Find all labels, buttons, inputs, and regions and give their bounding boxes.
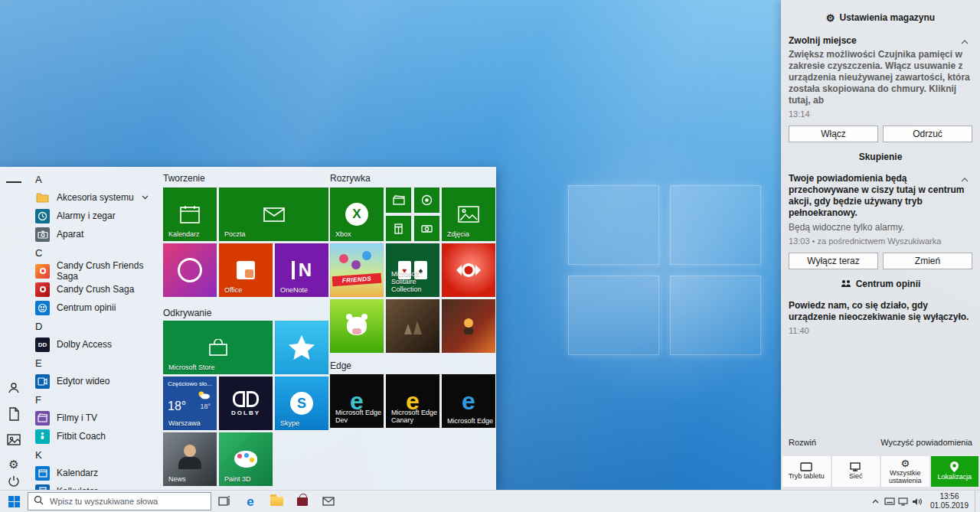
hamburger-menu-icon[interactable]	[6, 174, 21, 190]
app-list-item-kalendarz[interactable]: Kalendarz	[28, 464, 158, 482]
tile-edge-canary[interactable]: e Microsoft Edge Canary	[386, 374, 439, 428]
logo-pane	[670, 276, 761, 355]
tile-candy-crush-friends[interactable]: FRIENDS	[330, 243, 384, 297]
group-title-edge[interactable]: Edge	[330, 360, 351, 371]
clock[interactable]: 13:56 01.05.2019	[924, 492, 975, 510]
tile-solitaire[interactable]: ♥ ♠ Microsoft Solitaire Collection	[386, 243, 439, 297]
app-list-item-candy-crush-friends-saga[interactable]: Candy Crush Friends Saga	[28, 262, 158, 280]
tile-xbox[interactable]: X Xbox	[330, 188, 384, 241]
edge-taskbar-button[interactable]: e	[237, 491, 263, 512]
task-view-button[interactable]	[211, 491, 237, 512]
notification-body: Zwiększ możliwości Czujnika pamięci w za…	[789, 49, 972, 106]
tile-small-kalkulator[interactable]	[386, 216, 411, 241]
app-list-item-edytor-wideo[interactable]: Edytor wideo	[28, 372, 158, 390]
settings-gear-icon[interactable]: ⚙	[6, 456, 21, 471]
tile-game-bow[interactable]	[442, 299, 495, 353]
notification-focus[interactable]: Twoje powiadomienia będą przechowywane w…	[789, 173, 972, 269]
app-list-letter-c[interactable]: C	[28, 243, 158, 262]
app-list-item-akcesoria-systemu[interactable]: Akcesoria systemu	[28, 188, 158, 207]
app-list-item-centrum-opinii[interactable]: Centrum opinii	[28, 298, 158, 317]
tile-label: Poczta	[224, 230, 246, 238]
notification-storage[interactable]: Zwolnij miejsce Zwiększ możliwości Czujn…	[789, 35, 972, 142]
app-list-item-alarmy-i-zegar[interactable]: Alarmy i zegar	[28, 207, 158, 225]
zmien-button[interactable]: Zmień	[883, 253, 972, 269]
group-title-rozrywka[interactable]: Rozrywka	[330, 173, 371, 184]
tile-label: Microsoft Edge	[447, 417, 493, 425]
app-list-item-dolby-access[interactable]: DD Dolby Access	[28, 335, 158, 354]
taskbar-search[interactable]	[28, 492, 211, 510]
store-button[interactable]	[289, 491, 315, 512]
app-list-item-aparat[interactable]: Aparat	[28, 225, 158, 243]
tile-onenote[interactable]: N OneNote	[275, 243, 328, 297]
quick-action-tablet-mode[interactable]: Tryb tabletu	[782, 456, 831, 487]
chevron-down-icon[interactable]	[142, 195, 149, 200]
app-list-letter-e[interactable]: E	[28, 354, 158, 372]
app-list-item-filmy-i-tv[interactable]: Filmy i TV	[28, 409, 158, 427]
app-list-letter-k[interactable]: K	[28, 445, 158, 464]
file-explorer-button[interactable]	[263, 491, 289, 512]
chevron-up-icon	[872, 499, 879, 504]
show-desktop-button[interactable]	[975, 491, 980, 512]
tile-edge[interactable]: e Microsoft Edge	[442, 374, 495, 428]
app-list-letter-d[interactable]: D	[28, 317, 158, 335]
tile-skype[interactable]: S Skype	[275, 377, 328, 430]
tile-candy-crush-saga[interactable]	[442, 243, 495, 297]
tile-pogoda[interactable]: Częściowo sło... 18° 18° Warszawa	[163, 377, 217, 430]
warriors-silhouette	[401, 318, 424, 334]
group-title-odkrywanie[interactable]: Odkrywanie	[163, 308, 211, 318]
start-button[interactable]	[0, 491, 28, 512]
notification-feedback[interactable]: Powiedz nam, co się działo, gdy urządzen…	[789, 300, 972, 335]
account-icon[interactable]	[6, 380, 21, 396]
odrzuc-button[interactable]: Odrzuć	[883, 126, 972, 142]
character-icon	[459, 316, 479, 336]
tile-poczta[interactable]: Poczta	[219, 188, 328, 241]
tile-office[interactable]: Office	[219, 243, 273, 297]
quick-action-all-settings[interactable]: ⚙ Wszystkie ustawienia	[881, 456, 929, 487]
app-list-item-fitbit-coach[interactable]: Fitbit Coach	[28, 427, 158, 445]
time-label: 13:56	[930, 492, 969, 501]
network-tray-button[interactable]	[897, 491, 910, 512]
clear-notifications-link[interactable]: Wyczyść powiadomienia	[880, 438, 972, 447]
tile-small-kamera[interactable]	[414, 216, 439, 241]
pictures-icon[interactable]	[6, 432, 21, 448]
group-title-tworzenie[interactable]: Tworzenie	[163, 173, 205, 184]
tile-paint-3d[interactable]: Paint 3D	[219, 432, 273, 486]
documents-icon[interactable]	[6, 406, 21, 422]
music-circle-icon	[421, 194, 433, 206]
collapse-chevron-icon[interactable]	[959, 174, 971, 185]
volume-button[interactable]	[910, 491, 924, 512]
touch-keyboard-button[interactable]	[883, 491, 897, 512]
tile-small-filmy[interactable]	[386, 188, 411, 213]
quick-action-network[interactable]: Sieć	[832, 456, 880, 487]
tile-aparat[interactable]	[163, 243, 217, 297]
quick-action-label: Wszystkie ustawienia	[881, 470, 929, 484]
tile-edge-dev[interactable]: e Microsoft Edge Dev	[330, 374, 384, 428]
hidden-icons-button[interactable]	[869, 491, 883, 512]
tile-game-farm[interactable]	[330, 299, 384, 353]
app-list-item-candy-crush-saga[interactable]: Candy Crush Saga	[28, 280, 158, 298]
tile-label: Microsoft Store	[168, 364, 215, 371]
tile-zdjecia[interactable]: Zdjęcia	[442, 188, 495, 241]
app-list-letter-f[interactable]: F	[28, 390, 158, 409]
wlacz-button[interactable]: Włącz	[789, 126, 878, 142]
expand-link[interactable]: Rozwiń	[789, 438, 816, 447]
tile-game-battle[interactable]	[386, 299, 439, 353]
wylacz-teraz-button[interactable]: Wyłącz teraz	[789, 253, 878, 269]
tile-label: OneNote	[280, 286, 308, 294]
quick-action-location[interactable]: Lokalizacja	[931, 456, 979, 487]
tile-microsoft-store[interactable]: Microsoft Store	[163, 321, 273, 374]
candy-icon	[35, 282, 50, 297]
tile-small-groove[interactable]	[414, 188, 439, 213]
power-icon[interactable]	[6, 474, 21, 489]
app-list-letter-a[interactable]: A	[28, 170, 158, 188]
search-input[interactable]	[48, 496, 205, 507]
logo-pane	[568, 185, 659, 265]
collapse-chevron-icon[interactable]	[959, 37, 971, 47]
tile-star[interactable]	[275, 321, 328, 374]
tile-news[interactable]: News	[163, 432, 217, 486]
action-center-footer: Rozwiń Wyczyść powiadomienia	[789, 438, 972, 447]
mail-button[interactable]	[315, 491, 341, 512]
notification-time: 13:14	[789, 109, 972, 119]
tile-kalendarz[interactable]: Kalendarz	[163, 188, 217, 241]
tile-dolby[interactable]: DOLBY	[219, 377, 273, 430]
